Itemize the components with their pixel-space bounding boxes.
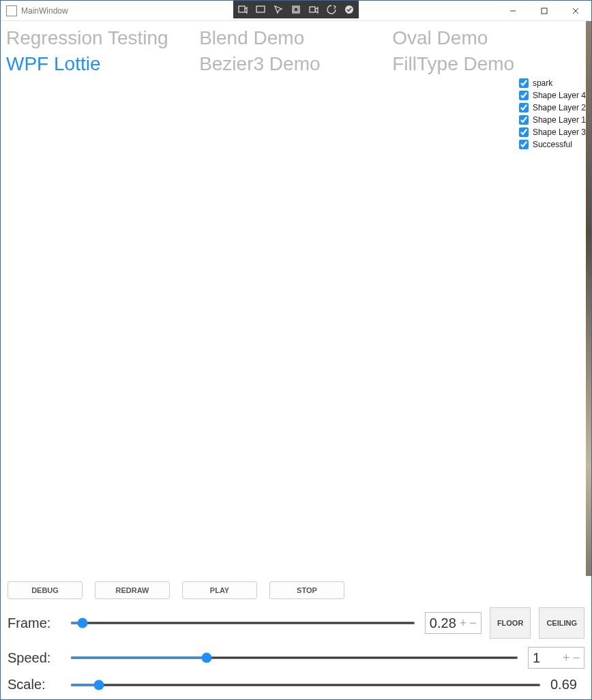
frame-label: Frame: (8, 615, 61, 631)
layer-row: Shape Layer 2 (519, 102, 586, 114)
frame-spin: 0.28 + − (425, 612, 482, 634)
tab-filltype-demo[interactable]: FillType Demo (392, 51, 585, 77)
tab-bar: Regression Testing Blend Demo Oval Demo … (1, 21, 591, 77)
layer-row: Shape Layer 4 (519, 89, 586, 102)
speed-dec[interactable]: − (572, 651, 580, 665)
tab-regression-testing[interactable]: Regression Testing (6, 25, 199, 51)
debug-button[interactable]: DEBUG (8, 581, 83, 599)
layer-checkbox-successful[interactable] (519, 140, 529, 149)
frame-inc[interactable]: + (460, 616, 467, 630)
svg-rect-6 (542, 8, 547, 14)
speed-label: Speed: (8, 650, 61, 666)
speed-slider[interactable] (70, 656, 518, 659)
play-button[interactable]: PLAY (182, 581, 257, 599)
maximize-button[interactable] (529, 1, 560, 20)
scale-slider[interactable] (70, 684, 541, 686)
redraw-button[interactable]: REDRAW (95, 581, 170, 599)
vs-debug-toolbar (233, 1, 359, 18)
frame-dec[interactable]: − (469, 616, 477, 630)
layer-row: Shape Layer 1 (519, 114, 586, 126)
layer-label: Shape Layer 3 (533, 127, 586, 137)
speed-row: Speed: 1 + − (8, 647, 584, 669)
tab-bezier3-demo[interactable]: Bezier3 Demo (199, 51, 392, 77)
tab-wpf-lottie[interactable]: WPF Lottie (6, 51, 199, 77)
svg-rect-1 (256, 6, 265, 12)
scale-value: 0.69 (550, 677, 584, 693)
speed-spin: 1 + − (528, 647, 584, 669)
layer-checkbox-shape3[interactable] (519, 127, 529, 137)
svg-rect-4 (310, 7, 315, 12)
close-button[interactable] (560, 1, 591, 20)
action-button-row: DEBUG REDRAW PLAY STOP (8, 581, 584, 599)
layer-checkbox-shape1[interactable] (519, 115, 529, 125)
titlebar: MainWindow (1, 1, 591, 21)
scale-label: Scale: (8, 677, 61, 693)
scale-row: Scale: 0.69 (8, 677, 584, 693)
frame-row: Frame: 0.28 + − FLOOR CEILING (8, 607, 584, 639)
app-icon (6, 5, 17, 16)
controls-panel: DEBUG REDRAW PLAY STOP Frame: 0.28 + − F… (1, 576, 591, 699)
layer-label: Shape Layer 4 (533, 91, 586, 100)
vs-live-visual-tree-icon[interactable] (237, 4, 248, 15)
window-title: MainWindow (21, 6, 68, 16)
vs-track-focus-icon[interactable] (308, 4, 319, 15)
svg-rect-3 (294, 7, 298, 12)
vs-check-icon[interactable] (344, 4, 355, 15)
speed-value: 1 (533, 650, 560, 666)
frame-slider[interactable] (70, 622, 415, 624)
tab-blend-demo[interactable]: Blend Demo (199, 25, 392, 51)
layer-label: Shape Layer 1 (533, 115, 586, 125)
svg-rect-0 (239, 6, 245, 12)
layer-row: spark (519, 77, 586, 89)
stop-button[interactable]: STOP (269, 581, 344, 599)
speed-inc[interactable]: + (563, 651, 570, 665)
floor-button[interactable]: FLOOR (490, 607, 531, 639)
layer-list: spark Shape Layer 4 Shape Layer 2 Shape … (519, 77, 586, 151)
layer-label: spark (533, 78, 552, 88)
tab-oval-demo[interactable]: Oval Demo (392, 25, 585, 51)
vs-hot-reload-icon[interactable] (326, 4, 337, 15)
layer-label: Successful (533, 140, 572, 149)
ceiling-button[interactable]: CEILING (539, 607, 584, 639)
layer-checkbox-spark[interactable] (519, 78, 529, 88)
layer-checkbox-shape4[interactable] (519, 91, 529, 100)
minimize-button[interactable] (497, 1, 529, 20)
vs-display-layout-icon[interactable] (291, 4, 301, 15)
frame-value: 0.28 (430, 615, 457, 631)
layer-row: Shape Layer 3 (519, 126, 586, 138)
layer-checkbox-shape2[interactable] (519, 103, 529, 112)
layer-row: Successful (519, 138, 586, 151)
layer-label: Shape Layer 2 (533, 103, 586, 112)
vs-runtime-tools-icon[interactable] (255, 4, 266, 15)
animation-canvas: spark Shape Layer 4 Shape Layer 2 Shape … (1, 77, 591, 576)
vs-select-element-icon[interactable] (273, 4, 284, 15)
